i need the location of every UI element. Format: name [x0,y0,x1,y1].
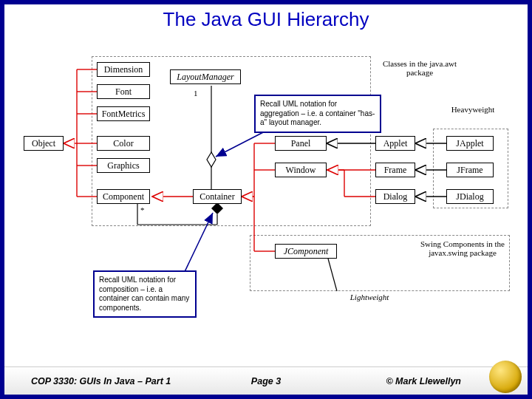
awt-label: Classes in the java.awt package [375,59,464,77]
box-dimension: Dimension [97,62,150,77]
uml-diagram: Classes in the java.awt package Heavywei… [19,49,514,344]
callout-aggregation: Recall UML notation for aggregation – i.… [254,95,381,133]
light-label-text: Lightweight [350,293,389,301]
box-japplet: JApplet [446,136,494,151]
box-component: Component [97,189,150,204]
box-jdialog: JDialog [446,189,494,204]
box-panel: Panel [275,136,327,151]
slide: The Java GUI Hierarchy Classes in the ja… [0,0,532,399]
box-applet: Applet [375,136,415,151]
box-font: Font [97,84,150,99]
swing-label: Swing Components in the javax.swing pack… [418,239,507,257]
jcomponent-text: JComponent [284,246,329,257]
heavy-label: Heavyweight [443,105,502,114]
box-fontmetrics: FontMetrics [97,106,150,121]
ucf-logo-icon [489,361,522,393]
light-label: Lightweight [340,293,399,301]
footer: COP 3330: GUIs In Java – Part 1 Page 3 ©… [4,366,528,395]
box-graphics: Graphics [97,158,150,173]
box-color: Color [97,136,150,151]
box-dialog: Dialog [375,189,415,204]
layoutmgr-text: LayoutManager [177,72,233,83]
box-jframe: JFrame [446,163,494,177]
callout-composition: Recall UML notation for composition – i.… [93,270,197,318]
multiplicity-one: 1 [194,89,198,98]
box-jcomponent: JComponent [275,244,337,259]
slide-title: The Java GUI Hierarchy [4,8,528,31]
footer-copyright: © Mark Llewellyn [386,376,461,386]
box-object: Object [24,136,64,151]
box-layoutmgr: LayoutManager [170,69,241,84]
box-window: Window [275,163,327,177]
box-frame: Frame [375,163,415,177]
multiplicity-star: * [140,205,145,214]
box-container: Container [193,189,242,204]
